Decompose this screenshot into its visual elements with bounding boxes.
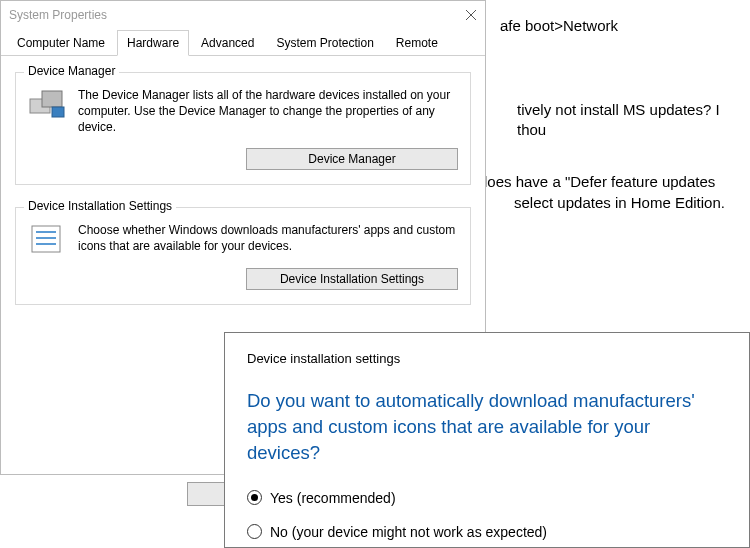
- device-install-desc: Choose whether Windows downloads manufac…: [78, 222, 458, 256]
- tab-hardware[interactable]: Hardware: [117, 30, 189, 56]
- tab-advanced[interactable]: Advanced: [191, 30, 264, 56]
- option-label: Yes (recommended): [270, 490, 396, 506]
- group-device-install: Device Installation Settings Choose whet…: [15, 207, 471, 305]
- group-legend: Device Manager: [24, 64, 119, 78]
- close-icon[interactable]: [465, 9, 477, 21]
- option-label: No (your device might not work as expect…: [270, 524, 547, 540]
- dialog-title: Device installation settings: [247, 351, 727, 366]
- device-install-icon: [28, 222, 66, 256]
- tab-computer-name[interactable]: Computer Name: [7, 30, 115, 56]
- tab-content-hardware: Device Manager The Device Manager lists …: [1, 56, 485, 343]
- dialog-question: Do you want to automatically download ma…: [247, 388, 727, 466]
- tabbar: Computer Name Hardware Advanced System P…: [1, 29, 485, 56]
- bg-text-updates1: tively not install MS updates? I thou: [517, 100, 750, 141]
- device-manager-icon: [28, 87, 66, 121]
- device-manager-desc: The Device Manager lists all of the hard…: [78, 87, 458, 136]
- svg-rect-4: [52, 107, 64, 117]
- dialog-title: System Properties: [9, 8, 465, 22]
- tab-system-protection[interactable]: System Protection: [266, 30, 383, 56]
- option-no[interactable]: No (your device might not work as expect…: [247, 524, 727, 540]
- radio-selected-icon: [247, 490, 262, 505]
- device-install-dialog: Device installation settings Do you want…: [224, 332, 750, 548]
- svg-rect-3: [42, 91, 62, 107]
- bg-text-updates2: loes have a "Defer feature updates: [484, 172, 715, 192]
- option-yes[interactable]: Yes (recommended): [247, 490, 727, 506]
- device-install-button[interactable]: Device Installation Settings: [246, 268, 458, 290]
- radio-unselected-icon: [247, 524, 262, 539]
- bg-text-safeboot: afe boot>Network: [500, 16, 618, 36]
- group-device-manager: Device Manager The Device Manager lists …: [15, 72, 471, 185]
- titlebar: System Properties: [1, 1, 485, 29]
- device-manager-button[interactable]: Device Manager: [246, 148, 458, 170]
- tab-remote[interactable]: Remote: [386, 30, 448, 56]
- bg-text-updates3: select updates in Home Edition.: [514, 193, 725, 213]
- group-legend: Device Installation Settings: [24, 199, 176, 213]
